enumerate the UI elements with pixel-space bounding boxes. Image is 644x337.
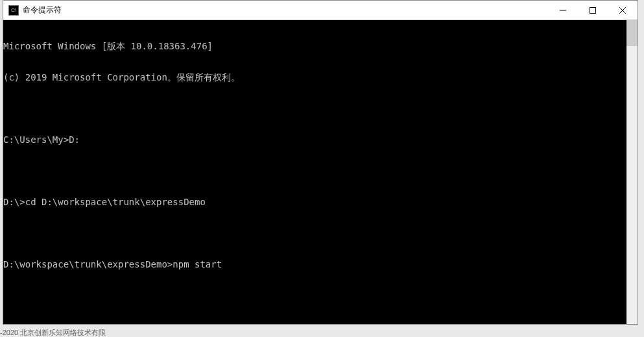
terminal-output[interactable]: Microsoft Windows [版本 10.0.18363.476] (c… bbox=[3, 20, 626, 324]
app-icon-glyph: C:\ bbox=[11, 8, 16, 12]
background-footer-text: -2020 北京创新乐知网络技术有限 bbox=[0, 328, 106, 337]
terminal-line bbox=[3, 103, 626, 114]
window-title: 命令提示符 bbox=[23, 5, 548, 16]
minimize-icon bbox=[560, 7, 566, 14]
vertical-scrollbar[interactable] bbox=[626, 20, 638, 324]
titlebar[interactable]: C:\ 命令提示符 bbox=[3, 1, 638, 20]
terminal-line bbox=[3, 166, 626, 176]
maximize-icon bbox=[590, 7, 596, 14]
terminal-line: D:\workspace\trunk\expressDemo>npm start bbox=[3, 259, 626, 269]
minimize-button[interactable] bbox=[548, 1, 578, 19]
close-icon bbox=[619, 7, 626, 14]
command-prompt-window: C:\ 命令提示符 Microsoft Windows [版本 10.0.183… bbox=[3, 0, 638, 325]
scrollbar-thumb[interactable] bbox=[626, 20, 638, 46]
svg-rect-1 bbox=[590, 7, 596, 13]
terminal-line: Microsoft Windows [版本 10.0.18363.476] bbox=[3, 41, 626, 51]
terminal-line: D:\>cd D:\workspace\trunk\expressDemo bbox=[3, 197, 626, 207]
terminal-line: C:\Users\My>D: bbox=[3, 134, 626, 145]
app-icon: C:\ bbox=[8, 5, 19, 16]
window-controls bbox=[548, 1, 638, 19]
close-button[interactable] bbox=[608, 1, 638, 19]
terminal-line: (c) 2019 Microsoft Corporation。保留所有权利。 bbox=[3, 72, 626, 82]
maximize-button[interactable] bbox=[578, 1, 608, 19]
terminal-line bbox=[3, 228, 626, 238]
terminal-area: Microsoft Windows [版本 10.0.18363.476] (c… bbox=[3, 20, 638, 324]
